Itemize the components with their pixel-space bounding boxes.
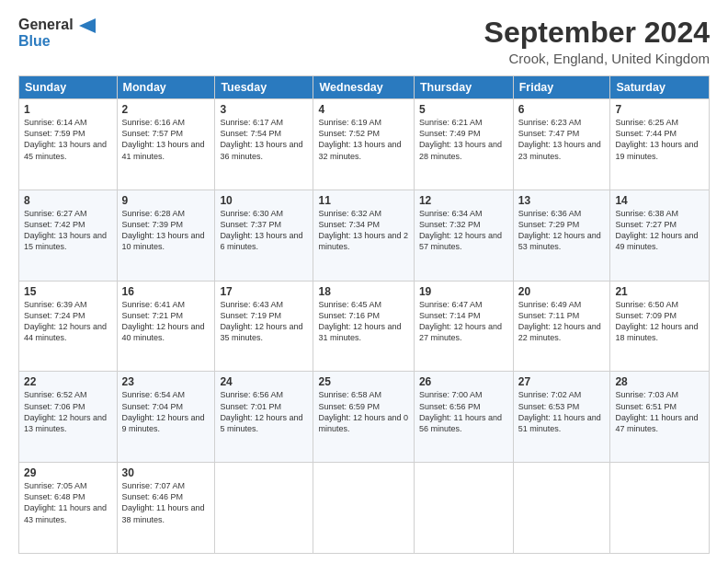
table-row: 25 Sunrise: 6:58 AM Sunset: 6:59 PM Dayl… (313, 372, 414, 463)
cell-info: Sunrise: 6:36 AM Sunset: 7:29 PM Dayligh… (518, 208, 606, 253)
sunset-text: Sunset: 6:53 PM (518, 401, 606, 412)
cell-info: Sunrise: 6:16 AM Sunset: 7:57 PM Dayligh… (122, 117, 210, 162)
header: General Blue September 2024 Crook, Engla… (18, 17, 710, 66)
table-row (414, 463, 513, 554)
sunrise-text: Sunrise: 6:47 AM (419, 299, 508, 310)
daylight-text: Daylight: 12 hours and 5 minutes. (220, 412, 308, 434)
sunset-text: Sunset: 7:57 PM (122, 128, 210, 139)
table-row: 10 Sunrise: 6:30 AM Sunset: 7:37 PM Dayl… (215, 190, 313, 281)
sunset-text: Sunset: 7:16 PM (318, 310, 408, 321)
sunrise-text: Sunrise: 6:28 AM (122, 208, 210, 219)
cell-info: Sunrise: 6:43 AM Sunset: 7:19 PM Dayligh… (220, 299, 308, 344)
svg-marker-0 (79, 18, 96, 33)
sunset-text: Sunset: 7:19 PM (220, 310, 308, 321)
sunset-text: Sunset: 7:37 PM (220, 219, 308, 230)
table-row: 9 Sunrise: 6:28 AM Sunset: 7:39 PM Dayli… (117, 190, 215, 281)
table-row: 3 Sunrise: 6:17 AM Sunset: 7:54 PM Dayli… (215, 99, 313, 190)
daylight-text: Daylight: 11 hours and 56 minutes. (419, 412, 508, 434)
sunset-text: Sunset: 6:48 PM (24, 491, 112, 502)
sunrise-text: Sunrise: 6:56 AM (220, 389, 308, 400)
sunrise-text: Sunrise: 6:43 AM (220, 299, 308, 310)
daylight-text: Daylight: 13 hours and 2 minutes. (318, 230, 408, 252)
day-number: 4 (318, 103, 408, 116)
cell-info: Sunrise: 7:03 AM Sunset: 6:51 PM Dayligh… (615, 389, 704, 434)
table-row (610, 463, 710, 554)
logo-general: General (18, 17, 96, 33)
cell-info: Sunrise: 6:41 AM Sunset: 7:21 PM Dayligh… (122, 299, 210, 344)
cell-info: Sunrise: 6:58 AM Sunset: 6:59 PM Dayligh… (318, 389, 408, 434)
cell-info: Sunrise: 7:05 AM Sunset: 6:48 PM Dayligh… (24, 480, 112, 525)
logo-blue: Blue (18, 33, 96, 50)
daylight-text: Daylight: 13 hours and 41 minutes. (122, 139, 210, 161)
calendar-week-row: 8 Sunrise: 6:27 AM Sunset: 7:42 PM Dayli… (19, 190, 710, 281)
sunset-text: Sunset: 7:47 PM (518, 128, 606, 139)
sunset-text: Sunset: 7:44 PM (615, 128, 704, 139)
cell-info: Sunrise: 7:07 AM Sunset: 6:46 PM Dayligh… (122, 480, 210, 525)
daylight-text: Daylight: 12 hours and 27 minutes. (419, 321, 508, 343)
sunset-text: Sunset: 7:39 PM (122, 219, 210, 230)
sunset-text: Sunset: 7:59 PM (24, 128, 112, 139)
cell-info: Sunrise: 6:34 AM Sunset: 7:32 PM Dayligh… (419, 208, 508, 253)
daylight-text: Daylight: 13 hours and 19 minutes. (615, 139, 704, 161)
daylight-text: Daylight: 13 hours and 36 minutes. (220, 139, 308, 161)
sunrise-text: Sunrise: 6:41 AM (122, 299, 210, 310)
sunset-text: Sunset: 6:51 PM (615, 401, 704, 412)
daylight-text: Daylight: 12 hours and 9 minutes. (122, 412, 210, 434)
table-row: 22 Sunrise: 6:52 AM Sunset: 7:06 PM Dayl… (19, 372, 118, 463)
sunrise-text: Sunrise: 6:19 AM (318, 117, 408, 128)
sunrise-text: Sunrise: 7:05 AM (24, 480, 112, 491)
day-number: 15 (24, 285, 112, 298)
logo: General Blue (18, 17, 96, 49)
table-row: 29 Sunrise: 7:05 AM Sunset: 6:48 PM Dayl… (19, 463, 118, 554)
calendar-table: Sunday Monday Tuesday Wednesday Thursday… (18, 75, 710, 554)
cell-info: Sunrise: 6:39 AM Sunset: 7:24 PM Dayligh… (24, 299, 112, 344)
table-row (313, 463, 414, 554)
sunrise-text: Sunrise: 6:27 AM (24, 208, 112, 219)
sunrise-text: Sunrise: 6:58 AM (318, 389, 408, 400)
daylight-text: Daylight: 11 hours and 51 minutes. (518, 412, 606, 434)
col-friday: Friday (513, 76, 610, 99)
daylight-text: Daylight: 12 hours and 18 minutes. (615, 321, 704, 343)
day-number: 13 (518, 194, 606, 207)
col-wednesday: Wednesday (313, 76, 414, 99)
cell-info: Sunrise: 6:25 AM Sunset: 7:44 PM Dayligh… (615, 117, 704, 162)
day-number: 27 (518, 375, 606, 388)
day-number: 28 (615, 375, 704, 388)
day-number: 1 (24, 103, 112, 116)
day-number: 16 (122, 285, 210, 298)
day-number: 30 (122, 466, 210, 479)
sunset-text: Sunset: 7:24 PM (24, 310, 112, 321)
table-row: 20 Sunrise: 6:49 AM Sunset: 7:11 PM Dayl… (513, 281, 610, 372)
day-number: 12 (419, 194, 508, 207)
day-number: 17 (220, 285, 308, 298)
table-row (513, 463, 610, 554)
sunrise-text: Sunrise: 7:03 AM (615, 389, 704, 400)
table-row: 23 Sunrise: 6:54 AM Sunset: 7:04 PM Dayl… (117, 372, 215, 463)
daylight-text: Daylight: 12 hours and 35 minutes. (220, 321, 308, 343)
sunrise-text: Sunrise: 7:02 AM (518, 389, 606, 400)
table-row: 17 Sunrise: 6:43 AM Sunset: 7:19 PM Dayl… (215, 281, 313, 372)
day-number: 5 (419, 103, 508, 116)
daylight-text: Daylight: 12 hours and 44 minutes. (24, 321, 112, 343)
sunset-text: Sunset: 7:52 PM (318, 128, 408, 139)
day-number: 8 (24, 194, 112, 207)
sunrise-text: Sunrise: 6:30 AM (220, 208, 308, 219)
cell-info: Sunrise: 6:28 AM Sunset: 7:39 PM Dayligh… (122, 208, 210, 253)
sunrise-text: Sunrise: 7:00 AM (419, 389, 508, 400)
daylight-text: Daylight: 12 hours and 57 minutes. (419, 230, 508, 252)
daylight-text: Daylight: 13 hours and 15 minutes. (24, 230, 112, 252)
sunrise-text: Sunrise: 6:45 AM (318, 299, 408, 310)
calendar-week-row: 22 Sunrise: 6:52 AM Sunset: 7:06 PM Dayl… (19, 372, 710, 463)
cell-info: Sunrise: 6:27 AM Sunset: 7:42 PM Dayligh… (24, 208, 112, 253)
sunset-text: Sunset: 7:14 PM (419, 310, 508, 321)
table-row: 1 Sunrise: 6:14 AM Sunset: 7:59 PM Dayli… (19, 99, 118, 190)
calendar-week-row: 29 Sunrise: 7:05 AM Sunset: 6:48 PM Dayl… (19, 463, 710, 554)
day-number: 25 (318, 375, 408, 388)
daylight-text: Daylight: 12 hours and 13 minutes. (24, 412, 112, 434)
table-row: 14 Sunrise: 6:38 AM Sunset: 7:27 PM Dayl… (610, 190, 710, 281)
sunrise-text: Sunrise: 6:14 AM (24, 117, 112, 128)
table-row (215, 463, 313, 554)
table-row: 19 Sunrise: 6:47 AM Sunset: 7:14 PM Dayl… (414, 281, 513, 372)
sunset-text: Sunset: 7:42 PM (24, 219, 112, 230)
day-number: 6 (518, 103, 606, 116)
